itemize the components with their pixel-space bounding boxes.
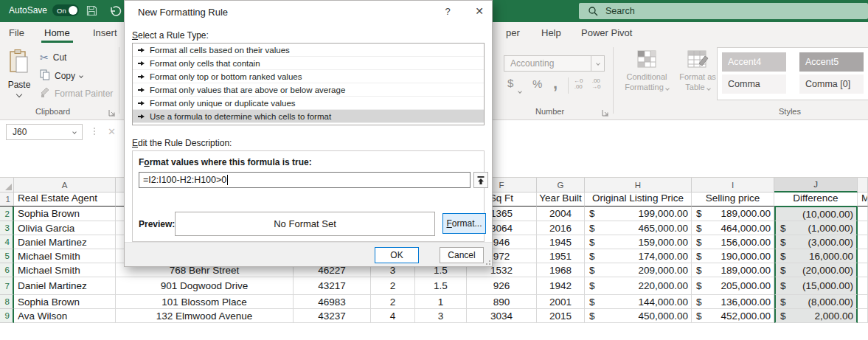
cell-I4[interactable]: $156,000.00 <box>692 235 774 249</box>
cell-E9[interactable]: 3 <box>415 309 467 323</box>
cell-A5[interactable]: Michael Smith <box>14 249 116 263</box>
cell-K7[interactable] <box>858 277 868 295</box>
name-box[interactable]: J60 <box>6 124 83 140</box>
cell-J8[interactable]: $(8,000.00) <box>774 295 858 309</box>
cell-G2[interactable]: 2004 <box>537 207 585 221</box>
row-header-3[interactable]: 3 <box>0 221 14 235</box>
cell-A3[interactable]: Olivia Garcia <box>14 221 116 235</box>
tab-home[interactable]: Home <box>44 22 70 44</box>
cell-B9[interactable]: 132 Elmwood Avenue <box>116 309 294 323</box>
cell-J1[interactable]: Difference <box>774 192 858 207</box>
name-box-dropdown-icon[interactable] <box>67 131 82 133</box>
ok-button[interactable]: OK <box>375 247 419 263</box>
resize-grip[interactable] <box>483 257 490 265</box>
comma-button[interactable]: , <box>553 74 558 93</box>
cell-K2[interactable] <box>858 207 868 221</box>
col-header-J[interactable]: J <box>774 178 858 192</box>
rule-type-option-4[interactable]: Format only unique or duplicate values <box>133 97 484 110</box>
row-header-5[interactable]: 5 <box>0 249 14 263</box>
col-header-I[interactable]: I <box>692 178 774 192</box>
conditional-formatting-button[interactable]: Conditional Formatting <box>618 49 676 92</box>
row-header-2[interactable]: 2 <box>0 207 14 221</box>
row-header-7[interactable]: 7 <box>0 277 14 295</box>
paste-dropdown-icon[interactable] <box>16 91 22 97</box>
autosave-toggle[interactable]: On <box>52 4 79 16</box>
row-header-1[interactable]: 1 <box>0 192 14 207</box>
row-header-4[interactable]: 4 <box>0 235 14 249</box>
cell-I8[interactable]: $136,000.00 <box>692 295 774 309</box>
cell-E7[interactable]: 1.5 <box>415 277 467 295</box>
tab-help[interactable]: Help <box>541 22 561 44</box>
autosave-control[interactable]: AutoSave On <box>9 4 79 16</box>
format-painter-button[interactable]: Format Painter <box>40 87 113 100</box>
cell-H7[interactable]: $220,000.00 <box>585 277 692 295</box>
cancel-button[interactable]: Cancel <box>440 247 484 263</box>
cell-K1[interactable]: M <box>858 192 868 207</box>
cell-H6[interactable]: $209,000.00 <box>585 263 692 277</box>
cell-C8[interactable]: 46983 <box>294 295 371 309</box>
cell-I5[interactable]: $190,000.00 <box>692 249 774 263</box>
paste-button[interactable]: Paste <box>4 49 34 111</box>
cell-J9[interactable]: $2,000.00 <box>774 309 858 323</box>
currency-dropdown-icon[interactable] <box>518 83 521 96</box>
copy-button[interactable]: Copy <box>40 69 83 83</box>
range-picker-button[interactable] <box>473 172 488 188</box>
cell-G8[interactable]: 2001 <box>537 295 585 309</box>
tab-insert[interactable]: Insert <box>93 22 117 44</box>
cell-F9[interactable]: 3034 <box>467 309 537 323</box>
decrease-decimal-button[interactable]: .00→0 <box>591 78 600 90</box>
cell-G5[interactable]: 1951 <box>537 249 585 263</box>
cell-G9[interactable]: 2015 <box>537 309 585 323</box>
undo-icon[interactable] <box>108 4 122 21</box>
cell-A8[interactable]: Sophia Brown <box>14 295 116 309</box>
rule-type-option-3[interactable]: Format only values that are above or bel… <box>133 83 484 97</box>
increase-decimal-button[interactable]: ←0.00 <box>574 78 583 90</box>
cell-H4[interactable]: $159,000.00 <box>585 235 692 249</box>
copy-dropdown-icon[interactable] <box>79 74 83 78</box>
col-header-k[interactable] <box>858 178 868 192</box>
cell-A6[interactable]: Michael Smith <box>14 263 116 277</box>
search-input[interactable]: Search <box>579 3 868 19</box>
cell-H3[interactable]: $465,000.00 <box>585 221 692 235</box>
cell-G4[interactable]: 1945 <box>537 235 585 249</box>
rule-type-option-1[interactable]: Format only cells that contain <box>133 57 484 70</box>
dialog-help-button[interactable]: ? <box>442 6 454 17</box>
cell-K6[interactable] <box>858 263 868 277</box>
formula-input[interactable]: =I2:I100-H2:H100>0 <box>139 172 471 188</box>
number-dialog-launcher[interactable] <box>602 107 611 116</box>
cut-button[interactable]: ✂ Cut <box>40 52 66 63</box>
cell-F7[interactable]: 926 <box>467 277 537 295</box>
tab-per[interactable]: per <box>506 22 520 44</box>
select-all-corner[interactable] <box>0 178 14 192</box>
style-chip-comma-0-[interactable]: Comma [0] <box>799 74 864 94</box>
cell-H1[interactable]: Original Listing Price <box>585 192 692 207</box>
cell-H8[interactable]: $144,000.00 <box>585 295 692 309</box>
cell-J2[interactable]: (10,000.00) <box>774 207 858 221</box>
cell-F8[interactable]: 890 <box>467 295 537 309</box>
dialog-close-button[interactable]: ✕ <box>473 5 486 17</box>
cell-J5[interactable]: $16,000.00 <box>774 249 858 263</box>
cell-K8[interactable] <box>858 295 868 309</box>
cell-I7[interactable]: $205,000.00 <box>692 277 774 295</box>
cell-G1[interactable]: Year Built <box>537 192 585 207</box>
cell-I1[interactable]: Selling price <box>692 192 774 207</box>
save-icon[interactable] <box>86 4 98 20</box>
col-header-H[interactable]: H <box>585 178 692 192</box>
cell-H2[interactable]: $199,000.00 <box>585 207 692 221</box>
rule-type-option-5[interactable]: Use a formula to determine which cells t… <box>133 110 484 123</box>
cell-C7[interactable]: 43217 <box>294 277 371 295</box>
format-as-table-button[interactable]: Format as Table <box>676 49 720 92</box>
formula-cancel-button[interactable]: ✕ <box>108 126 116 137</box>
cell-D8[interactable]: 2 <box>371 295 415 309</box>
currency-button[interactable]: $ <box>507 77 513 89</box>
cell-C9[interactable]: 43237 <box>294 309 371 323</box>
cell-H9[interactable]: $450,000.00 <box>585 309 692 323</box>
cell-A7[interactable]: Daniel Martinez <box>14 277 116 295</box>
cell-J6[interactable]: $(20,000.00) <box>774 263 858 277</box>
row-header-6[interactable]: 6 <box>0 263 14 277</box>
cell-K3[interactable] <box>858 221 868 235</box>
format-button[interactable]: Format... <box>442 213 486 234</box>
cell-D9[interactable]: 4 <box>371 309 415 323</box>
clipboard-dialog-launcher[interactable] <box>108 107 117 116</box>
cell-J3[interactable]: $(1,000.00) <box>774 221 858 235</box>
